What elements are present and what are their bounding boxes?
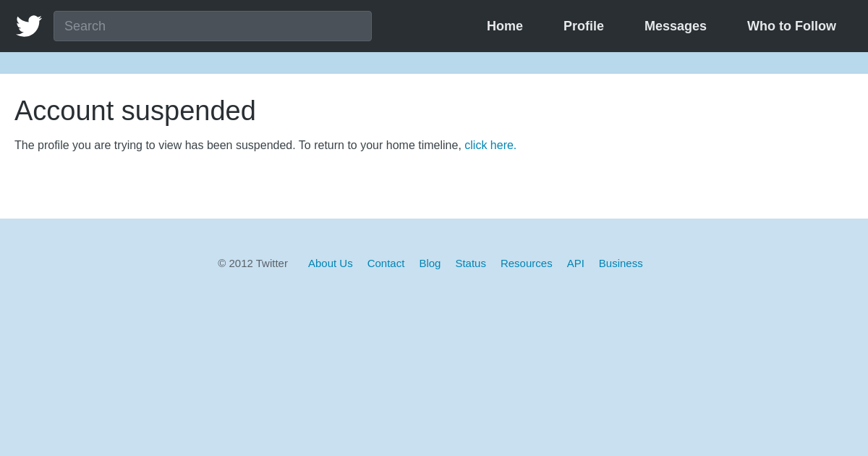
- nav-who-to-follow[interactable]: Who to Follow: [727, 0, 856, 52]
- footer-contact[interactable]: Contact: [367, 257, 405, 269]
- click-here-link[interactable]: click here.: [464, 139, 516, 151]
- nav-home[interactable]: Home: [467, 0, 543, 52]
- main-content: Account suspended The profile you are tr…: [0, 74, 868, 219]
- suspended-message: The profile you are trying to view has b…: [14, 137, 854, 154]
- nav-profile[interactable]: Profile: [543, 0, 624, 52]
- footer-blog[interactable]: Blog: [419, 257, 441, 269]
- footer-resources[interactable]: Resources: [501, 257, 553, 269]
- nav-links: Home Profile Messages Who to Follow: [467, 0, 856, 52]
- bottom-band: [0, 219, 868, 237]
- footer-api[interactable]: API: [567, 257, 584, 269]
- account-suspended-title: Account suspended: [14, 96, 854, 127]
- twitter-logo: [12, 9, 46, 43]
- top-band: [0, 52, 868, 74]
- footer-copyright: © 2012 Twitter: [218, 257, 288, 269]
- nav-messages[interactable]: Messages: [624, 0, 727, 52]
- footer-about-us[interactable]: About Us: [308, 257, 353, 269]
- search-input[interactable]: [54, 11, 372, 41]
- footer: © 2012 Twitter About Us Contact Blog Sta…: [0, 237, 868, 284]
- navbar: Home Profile Messages Who to Follow: [0, 0, 868, 52]
- footer-business[interactable]: Business: [599, 257, 643, 269]
- footer-status[interactable]: Status: [455, 257, 486, 269]
- suspended-message-text: The profile you are trying to view has b…: [14, 139, 464, 151]
